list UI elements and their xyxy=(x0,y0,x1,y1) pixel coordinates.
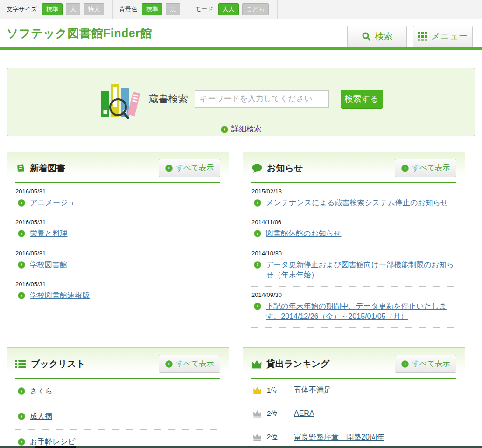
news-panel: お知らせ › すべて表示 2015/02/13 › メンテナンスによる蔵書検索シ… xyxy=(243,152,465,335)
ranking-panel: 貸出ランキング › すべて表示 1位 五体不満足 2位 AERA xyxy=(243,347,465,448)
show-all-label: すべて表示 xyxy=(412,359,450,369)
list-item: › さくら xyxy=(15,379,220,404)
booklist-show-all-button[interactable]: › すべて表示 xyxy=(159,355,220,373)
item-date: 2014/11/06 xyxy=(251,219,456,226)
news-link[interactable]: データ更新停止および図書館向け一部機能制限のお知らせ（年末年始） xyxy=(266,260,456,281)
ranking-show-all-button[interactable]: › すべて表示 xyxy=(395,355,456,373)
advanced-search-link[interactable]: 詳細検索 xyxy=(231,124,261,134)
news-link[interactable]: 下記の年末年始の期間中、データ更新を停止いたします。2014/12/26（金）～… xyxy=(266,301,456,322)
list-item: 2014/11/06 › 図書館休館のお知らせ xyxy=(251,214,456,245)
booklist-panel: ブックリスト › すべて表示 › さくら › 成人病 › お手軽レシピ xyxy=(7,347,229,448)
header-search-button[interactable]: 検索 xyxy=(347,26,407,47)
list-item: › 成人病 xyxy=(15,404,220,429)
ranking-link[interactable]: AERA xyxy=(294,408,314,419)
header-search-label: 検索 xyxy=(375,30,393,42)
header-menu-button[interactable]: メニュー xyxy=(413,26,473,47)
content-grid: 新着図書 › すべて表示 2016/05/31 › アニメージュ 2016/05… xyxy=(7,152,475,448)
item-date: 2016/05/31 xyxy=(15,250,220,257)
site-header: ソフテック図書館Finder館 検索 xyxy=(0,19,482,47)
font-size-standard-button[interactable]: 標準 xyxy=(42,3,63,15)
list-icon xyxy=(15,359,27,369)
bg-standard-button[interactable]: 標準 xyxy=(142,3,162,15)
menu-grid-icon xyxy=(418,32,427,41)
header-buttons: 検索 メニュー xyxy=(347,26,473,47)
new-book-link[interactable]: アニメージュ xyxy=(30,198,76,208)
page: 文字サイズ 標準 大 特大 背景色 標準 黒 モード 大人 こども ソフテック図… xyxy=(0,0,482,448)
list-item: 2016/05/31 › 学校図書館速報版 xyxy=(15,276,220,307)
item-date: 2015/02/13 xyxy=(251,188,456,195)
font-size-large-button[interactable]: 大 xyxy=(66,3,80,15)
search-submit-button[interactable]: 検索する xyxy=(341,90,383,109)
item-date: 2016/05/31 xyxy=(15,219,220,226)
font-size-control: 文字サイズ 標準 大 特大 xyxy=(7,0,113,19)
ranking-title: 貸出ランキング xyxy=(266,358,329,370)
item-date: 2014/10/30 xyxy=(251,250,456,257)
booklist-title: ブックリスト xyxy=(31,358,85,370)
header-menu-label: メニュー xyxy=(431,30,467,42)
list-item: 2014/09/30 › 下記の年末年始の期間中、データ更新を停止いたします。2… xyxy=(251,287,456,328)
catalog-search-panel: 蔵書検索 検索する › 詳細検索 xyxy=(7,68,475,136)
new-books-show-all-button[interactable]: › すべて表示 xyxy=(159,159,220,177)
books-magnifier-illustration xyxy=(99,77,142,120)
footer-edge-black-segment xyxy=(35,446,76,448)
ranking-link[interactable]: 富良野塾序章 開塾20周年 xyxy=(294,432,384,442)
show-all-label: すべて表示 xyxy=(412,163,450,173)
background-color-control: 背景色 標準 黒 xyxy=(113,0,189,19)
list-item: 2016/05/31 › 栄養と料理 xyxy=(15,214,220,245)
new-book-link[interactable]: 学校図書館 xyxy=(30,260,67,270)
arrow-circle-icon: › xyxy=(165,360,173,368)
font-size-label: 文字サイズ xyxy=(7,5,37,14)
rank-label: 1位 xyxy=(267,386,286,395)
item-date: 2016/05/31 xyxy=(15,281,220,288)
booklist-link[interactable]: さくら xyxy=(30,386,53,396)
arrow-circle-icon: › xyxy=(18,387,25,395)
mode-adult-button[interactable]: 大人 xyxy=(218,3,239,15)
rank-label: 2位 xyxy=(267,409,286,418)
new-books-title: 新着図書 xyxy=(30,162,65,174)
list-item: 2014/10/30 › データ更新停止および図書館向け一部機能制限のお知らせ（… xyxy=(251,245,456,287)
new-book-link[interactable]: 栄養と料理 xyxy=(30,228,67,239)
news-link[interactable]: 図書館休館のお知らせ xyxy=(266,228,342,239)
accessibility-bar: 文字サイズ 標準 大 特大 背景色 標準 黒 モード 大人 こども xyxy=(0,0,482,19)
gold-crown-icon xyxy=(252,386,262,394)
show-all-label: すべて表示 xyxy=(176,163,214,173)
item-date: 2014/09/30 xyxy=(251,291,456,298)
search-icon xyxy=(362,32,371,41)
news-show-all-button[interactable]: › すべて表示 xyxy=(395,159,456,177)
arrow-circle-icon: › xyxy=(401,360,409,368)
mode-label: モード xyxy=(195,5,214,14)
ranking-item: 2位 富良野塾序章 開塾20周年 xyxy=(251,426,456,448)
arrow-circle-icon: › xyxy=(18,199,25,207)
header-accent-bar xyxy=(0,47,482,50)
book-icon xyxy=(15,163,26,173)
silver-crown-icon xyxy=(252,410,262,418)
keyword-search-input[interactable] xyxy=(195,90,329,108)
show-all-label: すべて表示 xyxy=(176,359,214,369)
rank-label: 2位 xyxy=(267,433,286,441)
arrow-circle-icon: › xyxy=(165,165,173,172)
arrow-circle-icon: › xyxy=(18,230,25,237)
arrow-circle-icon: › xyxy=(18,292,25,299)
site-title: ソフテック図書館Finder館 xyxy=(7,26,152,41)
arrow-circle-icon: › xyxy=(254,261,261,269)
new-book-link[interactable]: 学校図書館速報版 xyxy=(30,290,90,301)
arrow-circle-icon: › xyxy=(254,303,261,310)
arrow-circle-icon: › xyxy=(18,438,25,446)
bg-black-button[interactable]: 黒 xyxy=(166,3,180,15)
item-date: 2016/05/31 xyxy=(15,188,220,195)
arrow-circle-icon: › xyxy=(254,199,261,207)
arrow-circle-icon: › xyxy=(401,165,409,172)
list-item: 2016/05/31 › アニメージュ xyxy=(15,183,220,214)
new-books-panel: 新着図書 › すべて表示 2016/05/31 › アニメージュ 2016/05… xyxy=(7,152,229,335)
ranking-item: 1位 五体不満足 xyxy=(251,379,456,402)
booklist-link[interactable]: 成人病 xyxy=(30,411,52,421)
list-item: 2015/02/13 › メンテナンスによる蔵書検索システム停止のお知らせ xyxy=(251,183,456,214)
font-size-xlarge-button[interactable]: 特大 xyxy=(84,3,104,15)
arrow-circle-icon: › xyxy=(18,261,25,269)
mode-kids-button[interactable]: こども xyxy=(242,3,269,15)
silver-crown-icon xyxy=(252,433,262,441)
speech-bubble-icon xyxy=(251,163,263,173)
news-link[interactable]: メンテナンスによる蔵書検索システム停止のお知らせ xyxy=(266,198,448,208)
arrow-circle-icon: › xyxy=(18,413,25,420)
ranking-link[interactable]: 五体不満足 xyxy=(294,385,331,395)
